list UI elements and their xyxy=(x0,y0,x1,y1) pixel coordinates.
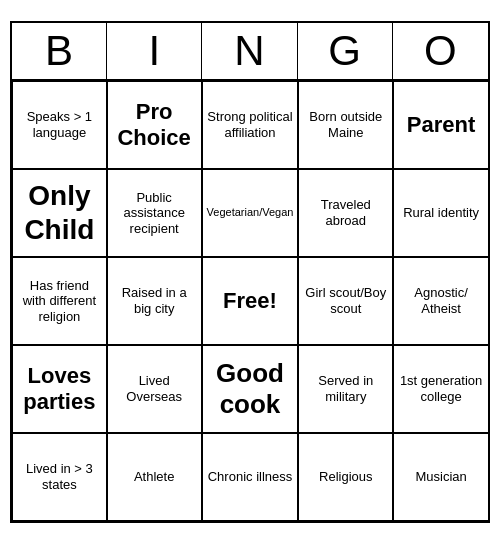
bingo-cell: Loves parties xyxy=(12,345,107,433)
bingo-cell: Girl scout/Boy scout xyxy=(298,257,393,345)
bingo-cell: Vegetarian/Vegan xyxy=(202,169,299,257)
bingo-cell: Traveled abroad xyxy=(298,169,393,257)
bingo-cell: Only Child xyxy=(12,169,107,257)
bingo-card: BINGO Speaks > 1 languagePro ChoiceStron… xyxy=(10,21,490,523)
bingo-cell: Parent xyxy=(393,81,488,169)
bingo-cell: 1st generation college xyxy=(393,345,488,433)
bingo-grid: Speaks > 1 languagePro ChoiceStrong poli… xyxy=(12,81,488,521)
bingo-cell: Chronic illness xyxy=(202,433,299,521)
header-letter: I xyxy=(107,23,202,79)
bingo-cell: Lived in > 3 states xyxy=(12,433,107,521)
bingo-cell: Pro Choice xyxy=(107,81,202,169)
bingo-cell: Strong political affiliation xyxy=(202,81,299,169)
bingo-cell: Raised in a big city xyxy=(107,257,202,345)
bingo-cell: Free! xyxy=(202,257,299,345)
bingo-cell: Good cook xyxy=(202,345,299,433)
header-letter: G xyxy=(298,23,393,79)
bingo-cell: Speaks > 1 language xyxy=(12,81,107,169)
bingo-cell: Religious xyxy=(298,433,393,521)
bingo-cell: Rural identity xyxy=(393,169,488,257)
bingo-cell: Lived Overseas xyxy=(107,345,202,433)
header-letter: B xyxy=(12,23,107,79)
bingo-cell: Public assistance recipient xyxy=(107,169,202,257)
bingo-cell: Born outside Maine xyxy=(298,81,393,169)
bingo-cell: Athlete xyxy=(107,433,202,521)
header-letter: O xyxy=(393,23,488,79)
bingo-cell: Served in military xyxy=(298,345,393,433)
bingo-cell: Agnostic/ Atheist xyxy=(393,257,488,345)
bingo-header: BINGO xyxy=(12,23,488,81)
bingo-cell: Musician xyxy=(393,433,488,521)
header-letter: N xyxy=(202,23,297,79)
bingo-cell: Has friend with different religion xyxy=(12,257,107,345)
